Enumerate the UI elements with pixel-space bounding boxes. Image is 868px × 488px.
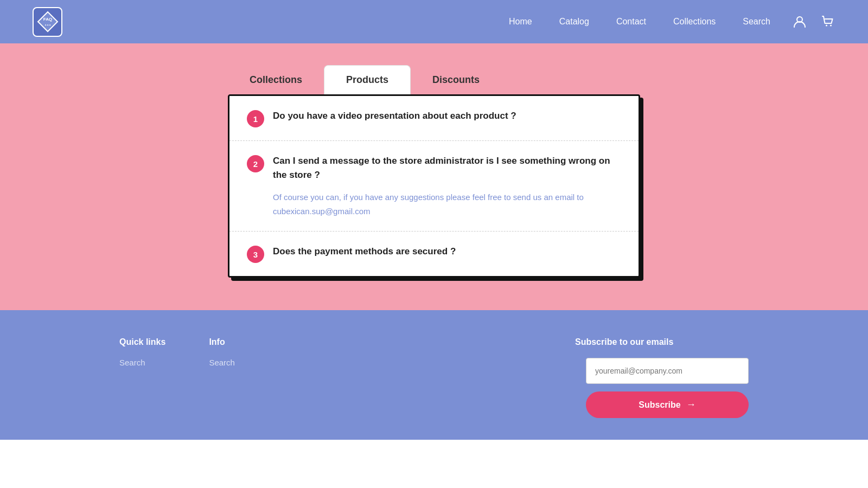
faq-number-1: 1 bbox=[247, 110, 264, 127]
tab-discounts[interactable]: Discounts bbox=[411, 66, 501, 94]
footer-left: Quick links Search Info Search bbox=[119, 337, 575, 371]
subscribe-label: Subscribe bbox=[639, 400, 680, 410]
tab-products[interactable]: Products bbox=[324, 65, 411, 95]
arrow-icon: → bbox=[686, 399, 696, 410]
faq-question-text-1: Do you have a video presentation about e… bbox=[273, 109, 516, 123]
nav-catalog[interactable]: Catalog bbox=[559, 17, 589, 27]
logo-icon[interactable]: FAQ ✦✦✦ bbox=[33, 7, 62, 37]
faq-container: Collections Products Discounts 1 Do you … bbox=[228, 65, 640, 278]
faq-number-3: 3 bbox=[247, 246, 264, 263]
subscribe-button[interactable]: Subscribe → bbox=[586, 391, 749, 418]
footer-quick-links: Quick links Search bbox=[119, 337, 165, 371]
nav-collections[interactable]: Collections bbox=[673, 17, 716, 27]
quick-links-title: Quick links bbox=[119, 337, 165, 347]
info-search[interactable]: Search bbox=[209, 358, 235, 367]
info-title: Info bbox=[209, 337, 235, 347]
nav-home[interactable]: Home bbox=[509, 17, 532, 27]
faq-question-text-3: Does the payment methods are secured ? bbox=[273, 245, 456, 259]
nav-search[interactable]: Search bbox=[743, 17, 770, 27]
svg-text:FAQ: FAQ bbox=[43, 17, 52, 22]
svg-marker-0 bbox=[38, 12, 58, 31]
tab-collections[interactable]: Collections bbox=[228, 66, 324, 94]
user-icon[interactable] bbox=[792, 14, 807, 29]
faq-item-2: 2 Can I send a message to the store admi… bbox=[229, 141, 639, 232]
main-content: Collections Products Discounts 1 Do you … bbox=[0, 43, 868, 310]
faq-question-2[interactable]: 2 Can I send a message to the store admi… bbox=[247, 154, 621, 182]
svg-point-5 bbox=[830, 25, 832, 27]
faq-item-1: 1 Do you have a video presentation about… bbox=[229, 96, 639, 141]
header: FAQ ✦✦✦ Home Catalog Contact Collections… bbox=[0, 0, 868, 43]
footer-info: Info Search bbox=[209, 337, 235, 371]
footer-subscribe: Subscribe to our emails Subscribe → bbox=[575, 337, 749, 418]
quick-links-search[interactable]: Search bbox=[119, 358, 165, 367]
faq-question-3[interactable]: 3 Does the payment methods are secured ? bbox=[247, 245, 621, 263]
faq-answer-2: Of course you can, if you have any sugge… bbox=[273, 190, 621, 218]
faq-question-1[interactable]: 1 Do you have a video presentation about… bbox=[247, 109, 621, 127]
svg-text:✦✦✦: ✦✦✦ bbox=[44, 23, 51, 27]
svg-point-4 bbox=[826, 25, 827, 27]
faq-question-text-2: Can I send a message to the store admini… bbox=[273, 154, 621, 182]
faq-tabs: Collections Products Discounts bbox=[228, 65, 640, 94]
nav-contact[interactable]: Contact bbox=[616, 17, 646, 27]
faq-item-3: 3 Does the payment methods are secured ? bbox=[229, 232, 639, 276]
nav-icons bbox=[792, 14, 835, 29]
main-nav: Home Catalog Contact Collections Search bbox=[509, 17, 770, 27]
email-input[interactable] bbox=[586, 358, 749, 384]
logo-area: FAQ ✦✦✦ bbox=[33, 7, 62, 37]
faq-number-2: 2 bbox=[247, 155, 264, 172]
footer: Quick links Search Info Search Subscribe… bbox=[0, 310, 868, 440]
cart-icon[interactable] bbox=[820, 14, 835, 29]
faq-panel: 1 Do you have a video presentation about… bbox=[228, 94, 640, 278]
subscribe-title: Subscribe to our emails bbox=[575, 337, 673, 347]
